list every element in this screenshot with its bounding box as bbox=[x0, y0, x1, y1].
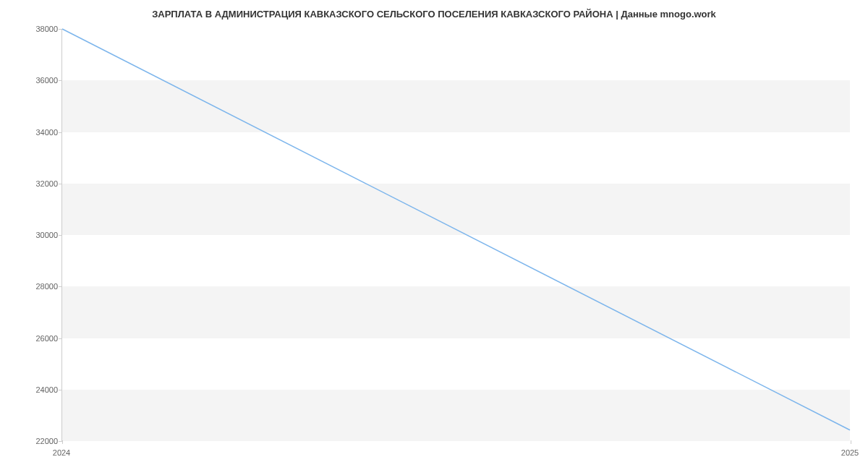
y-tick-label: 36000 bbox=[14, 76, 58, 85]
y-tick-label: 30000 bbox=[14, 231, 58, 239]
chart-title: ЗАРПЛАТА В АДМИНИСТРАЦИЯ КАВКАЗСКОГО СЕЛ… bbox=[0, 9, 868, 20]
x-tick-mark bbox=[62, 440, 63, 444]
y-tick-label: 28000 bbox=[14, 282, 58, 291]
x-tick-mark bbox=[851, 440, 851, 444]
y-tick-label: 38000 bbox=[14, 25, 58, 33]
x-tick-label: 2025 bbox=[841, 448, 859, 457]
y-tick-label: 22000 bbox=[14, 437, 58, 445]
y-tick-label: 26000 bbox=[14, 334, 58, 343]
plot-area bbox=[61, 29, 850, 441]
x-tick-label: 2024 bbox=[53, 448, 70, 457]
y-tick-label: 32000 bbox=[14, 179, 58, 188]
chart-container: ЗАРПЛАТА В АДМИНИСТРАЦИЯ КАВКАЗСКОГО СЕЛ… bbox=[0, 0, 868, 470]
line-series bbox=[62, 29, 850, 440]
y-tick-label: 34000 bbox=[14, 128, 58, 137]
y-tick-label: 24000 bbox=[14, 385, 58, 394]
